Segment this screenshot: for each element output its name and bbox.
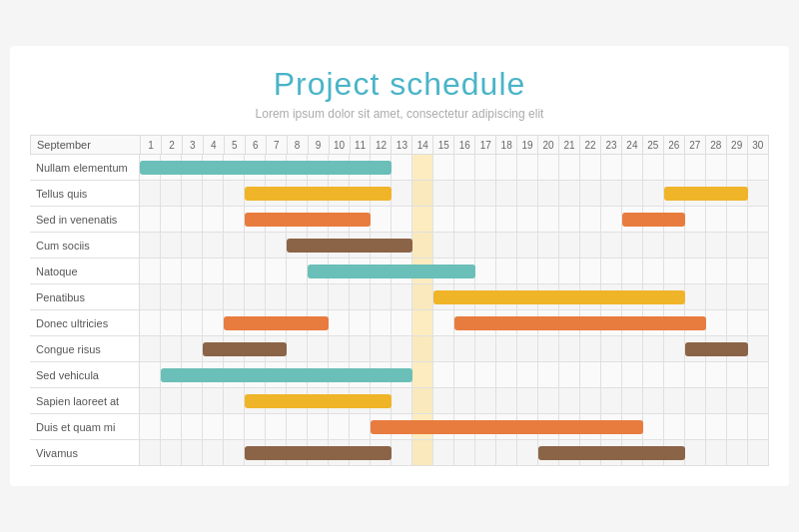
gantt-bar bbox=[287, 239, 412, 253]
gantt-bar bbox=[371, 420, 643, 434]
page-wrapper: Project schedule Lorem ipsum dolor sit a… bbox=[10, 46, 789, 486]
gantt-row: Tellus quis bbox=[30, 181, 769, 207]
gantt-row: Vivamus bbox=[30, 440, 769, 466]
gantt-row: Sed vehicula bbox=[30, 362, 769, 388]
gantt-bar bbox=[245, 187, 392, 201]
gantt-row: Duis et quam mi bbox=[30, 414, 769, 440]
gantt-row: Sed in venenatis bbox=[30, 207, 769, 233]
gantt-row: Cum sociis bbox=[30, 233, 769, 259]
subtitle: Lorem ipsum dolor sit amet, consectetur … bbox=[30, 107, 769, 121]
gantt-row: Nullam elementum bbox=[30, 155, 769, 181]
gantt-bar bbox=[685, 342, 748, 356]
gantt-row: Congue risus bbox=[30, 336, 769, 362]
gantt-bar bbox=[245, 394, 392, 408]
page-title: Project schedule bbox=[30, 66, 769, 103]
gantt-bar bbox=[224, 316, 329, 330]
gantt-row: Penatibus bbox=[30, 284, 769, 310]
gantt-bar bbox=[622, 213, 685, 227]
gantt-container: September1234567891011121314151617181920… bbox=[30, 135, 769, 466]
gantt-bar bbox=[140, 161, 392, 175]
gantt-bar bbox=[203, 342, 287, 356]
gantt-bar bbox=[664, 187, 748, 201]
gantt-bar bbox=[433, 290, 685, 304]
gantt-bar bbox=[245, 213, 371, 227]
gantt-bar bbox=[245, 446, 392, 460]
gantt-row: Natoque bbox=[30, 259, 769, 284]
gantt-bar bbox=[454, 316, 706, 330]
header: Project schedule Lorem ipsum dolor sit a… bbox=[30, 66, 769, 121]
gantt-bar bbox=[538, 446, 685, 460]
gantt-row: Donec ultricies bbox=[30, 310, 769, 336]
gantt-row: Sapien laoreet at bbox=[30, 388, 769, 414]
gantt-bar bbox=[161, 368, 412, 382]
gantt-bar bbox=[308, 265, 475, 278]
